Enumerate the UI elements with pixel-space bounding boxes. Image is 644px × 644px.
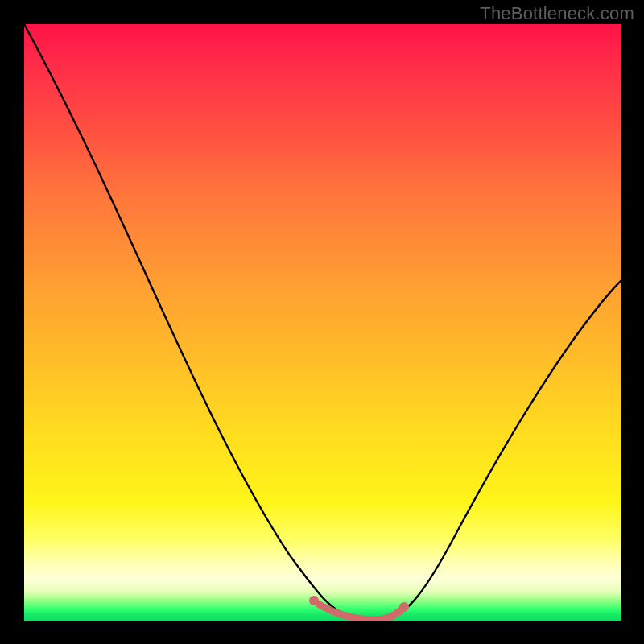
svg-point-1 xyxy=(399,602,409,612)
svg-point-0 xyxy=(309,596,319,605)
watermark-text: TheBottleneck.com xyxy=(480,3,634,24)
curve-layer xyxy=(24,24,621,621)
chart-frame: TheBottleneck.com xyxy=(0,0,644,644)
bottleneck-curve-path xyxy=(24,24,621,618)
